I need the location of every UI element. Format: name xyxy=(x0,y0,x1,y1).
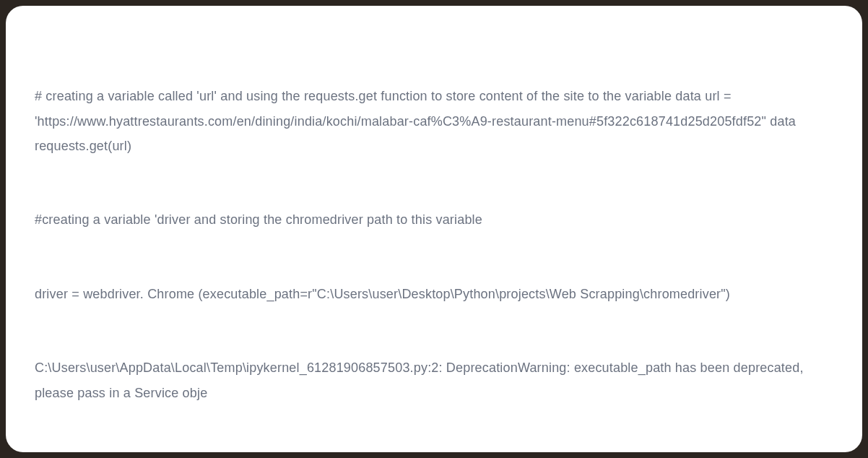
code-line: driver = webdriver. Chrome (executable_p… xyxy=(35,282,833,306)
code-line: # creating a variable called 'url' and u… xyxy=(35,84,833,158)
code-block: # creating a variable called 'url' and u… xyxy=(35,35,833,452)
code-line: #creating a variable 'driver and storing… xyxy=(35,207,833,232)
code-card: # creating a variable called 'url' and u… xyxy=(6,6,862,452)
code-line: C:\Users\user\AppData\Local\Temp\ipykern… xyxy=(35,355,833,405)
